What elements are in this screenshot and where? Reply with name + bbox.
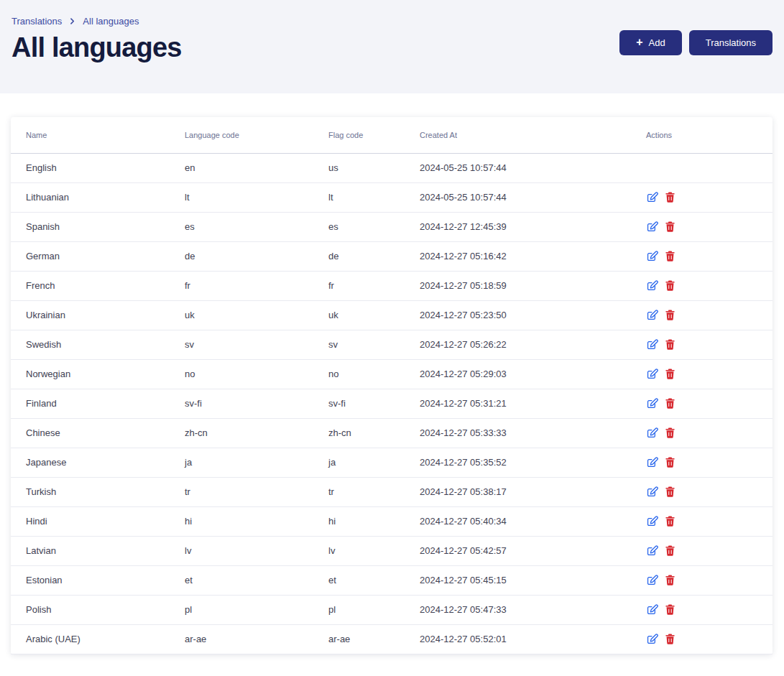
created-at: 2024-12-27 05:33:33	[405, 418, 631, 448]
edit-button[interactable]	[646, 309, 658, 321]
actions-cell	[631, 271, 773, 300]
language-name: Chinese	[11, 418, 170, 448]
created-at: 2024-12-27 05:18:59	[405, 271, 631, 300]
language-code: sv	[170, 330, 313, 359]
created-at: 2024-12-27 05:35:52	[405, 448, 631, 477]
edit-button[interactable]	[646, 603, 658, 616]
edit-button[interactable]	[646, 250, 658, 262]
created-at: 2024-12-27 05:16:42	[405, 241, 631, 271]
language-code: hi	[170, 506, 313, 536]
edit-icon	[646, 254, 658, 264]
trash-icon	[665, 636, 675, 647]
action-icons	[646, 486, 773, 498]
actions-cell	[631, 182, 773, 212]
edit-icon	[646, 519, 658, 529]
edit-icon	[646, 283, 658, 294]
language-name: Lithuanian	[11, 182, 170, 212]
action-icons	[646, 397, 773, 409]
table-row: Arabic (UAE) ar-ae ar-ae 2024-12-27 05:5…	[11, 624, 773, 654]
column-header-name: Name	[11, 117, 170, 153]
edit-button[interactable]	[646, 427, 658, 439]
edit-icon	[646, 489, 658, 500]
delete-button[interactable]	[665, 279, 675, 292]
header-buttons: + Add Translations	[619, 30, 773, 55]
edit-button[interactable]	[646, 368, 658, 380]
delete-button[interactable]	[665, 515, 675, 527]
created-at: 2024-05-25 10:57:44	[405, 153, 631, 182]
delete-button[interactable]	[665, 221, 675, 233]
translations-button-label: Translations	[706, 37, 756, 48]
created-at: 2024-12-27 05:52:01	[405, 624, 631, 654]
edit-button[interactable]	[646, 486, 658, 498]
table-body: English en us 2024-05-25 10:57:44 Lithua…	[11, 153, 773, 654]
edit-icon	[646, 636, 658, 647]
flag-code: zh-cn	[313, 418, 405, 448]
delete-button[interactable]	[665, 309, 675, 321]
edit-button[interactable]	[646, 574, 658, 586]
edit-icon	[646, 430, 658, 441]
delete-button[interactable]	[665, 368, 675, 380]
action-icons	[646, 368, 773, 380]
language-name: Latvian	[11, 536, 170, 565]
trash-icon	[665, 224, 675, 235]
actions-cell	[631, 477, 773, 506]
edit-button[interactable]	[646, 338, 658, 351]
table-row: Finland sv-fi sv-fi 2024-12-27 05:31:21	[11, 389, 773, 418]
flag-code: de	[313, 241, 405, 271]
edit-button[interactable]	[646, 545, 658, 557]
flag-code: uk	[313, 300, 405, 330]
delete-button[interactable]	[665, 427, 675, 439]
edit-button[interactable]	[646, 397, 658, 409]
edit-icon	[646, 578, 658, 588]
actions-cell	[631, 389, 773, 418]
table-row: Latvian lv lv 2024-12-27 05:42:57	[11, 536, 773, 565]
delete-button[interactable]	[665, 191, 675, 203]
delete-button[interactable]	[665, 338, 675, 351]
table-row: Hindi hi hi 2024-12-27 05:40:34	[11, 506, 773, 536]
delete-button[interactable]	[665, 456, 675, 468]
action-icons	[646, 603, 773, 616]
edit-icon	[646, 224, 658, 235]
action-icons	[646, 221, 773, 233]
delete-button[interactable]	[665, 633, 675, 645]
flag-code: hi	[313, 506, 405, 536]
trash-icon	[665, 460, 675, 471]
translations-button[interactable]: Translations	[689, 30, 773, 55]
edit-button[interactable]	[646, 221, 658, 233]
trash-icon	[665, 283, 675, 294]
created-at: 2024-12-27 05:23:50	[405, 300, 631, 330]
delete-button[interactable]	[665, 397, 675, 409]
created-at: 2024-12-27 05:45:15	[405, 565, 631, 595]
language-code: no	[170, 359, 313, 389]
language-code: lv	[170, 536, 313, 565]
breadcrumb-item-all-languages[interactable]: All languages	[83, 16, 139, 27]
trash-icon	[665, 401, 675, 412]
flag-code: es	[313, 212, 405, 241]
breadcrumb-item-translations[interactable]: Translations	[11, 16, 62, 27]
delete-button[interactable]	[665, 574, 675, 586]
delete-button[interactable]	[665, 486, 675, 498]
created-at: 2024-12-27 05:31:21	[405, 389, 631, 418]
add-button[interactable]: + Add	[619, 30, 681, 55]
actions-cell	[631, 506, 773, 536]
trash-icon	[665, 195, 675, 205]
language-code: et	[170, 565, 313, 595]
delete-button[interactable]	[665, 603, 675, 616]
flag-code: ar-ae	[313, 624, 405, 654]
created-at: 2024-12-27 05:38:17	[405, 477, 631, 506]
language-name: English	[11, 153, 170, 182]
actions-cell	[631, 565, 773, 595]
edit-button[interactable]	[646, 279, 658, 292]
language-code: sv-fi	[170, 389, 313, 418]
trash-icon	[665, 578, 675, 588]
edit-button[interactable]	[646, 633, 658, 645]
edit-button[interactable]	[646, 456, 658, 468]
edit-button[interactable]	[646, 515, 658, 527]
edit-button[interactable]	[646, 191, 658, 203]
actions-cell	[631, 359, 773, 389]
delete-button[interactable]	[665, 250, 675, 262]
delete-button[interactable]	[665, 545, 675, 557]
language-name: Spanish	[11, 212, 170, 241]
language-name: French	[11, 271, 170, 300]
edit-icon	[646, 548, 658, 559]
